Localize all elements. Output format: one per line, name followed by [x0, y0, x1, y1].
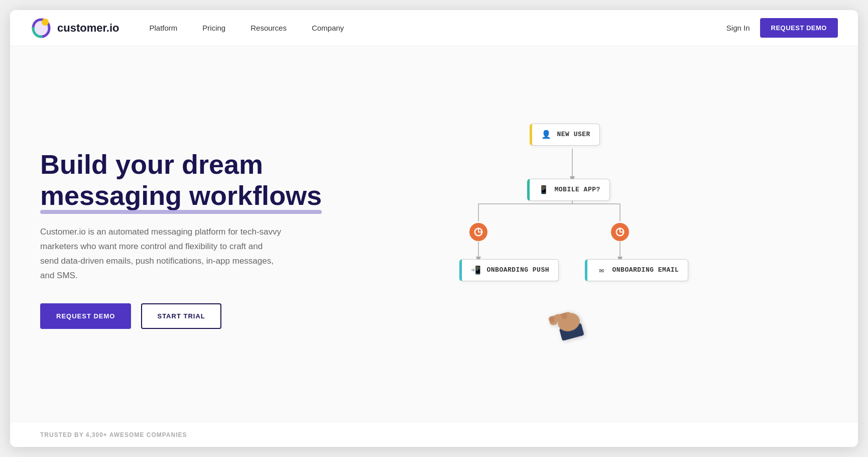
svg-point-17 — [616, 228, 624, 236]
hand-cursor-illustration — [538, 286, 596, 354]
node-onboarding-push: 📲 ONBOARDING PUSH — [459, 259, 559, 281]
svg-point-12 — [470, 224, 486, 240]
hero-left: Build your dream messaging workflows Cus… — [40, 46, 331, 421]
browser-frame: customer.io Platform Pricing Resources C… — [10, 10, 858, 447]
main-content: Build your dream messaging workflows Cus… — [10, 46, 858, 421]
logo-area[interactable]: customer.io — [30, 17, 119, 39]
nav-pricing[interactable]: Pricing — [202, 24, 225, 32]
nav-right: Sign In REQUEST DEMO — [726, 18, 838, 38]
logo-text: customer.io — [57, 22, 119, 35]
new-user-icon: 👤 — [541, 129, 552, 140]
trusted-bar: TRUSTED BY 4,300+ AWESOME COMPANIES — [10, 421, 858, 447]
logo-icon — [30, 17, 52, 39]
svg-point-13 — [474, 228, 482, 236]
node-mobile-app: 📱 MOBILE APP? — [527, 179, 610, 201]
timer-right — [611, 223, 629, 241]
nav-links: Platform Pricing Resources Company — [149, 24, 726, 32]
email-icon: ✉️ — [596, 265, 607, 276]
hero-buttons: REQUEST DEMO START TRIAL — [40, 303, 331, 329]
nav-platform[interactable]: Platform — [149, 24, 177, 32]
request-demo-button[interactable]: REQUEST DEMO — [40, 303, 131, 329]
push-icon: 📲 — [471, 265, 482, 276]
navbar: customer.io Platform Pricing Resources C… — [10, 10, 858, 46]
nav-request-demo-button[interactable]: REQUEST DEMO — [760, 18, 838, 38]
workflow-diagram: 👤 NEW USER 📱 MOBILE APP? — [449, 108, 710, 360]
svg-point-16 — [612, 224, 628, 240]
mobile-app-icon: 📱 — [539, 184, 550, 195]
hero-title-line2: messaging workflows — [40, 180, 322, 211]
node-onboarding-email: ✉️ ONBOARDING EMAIL — [585, 259, 689, 281]
hero-title: Build your dream messaging workflows — [40, 149, 331, 211]
nav-company[interactable]: Company — [312, 24, 344, 32]
hero-title-line1: Build your dream — [40, 149, 263, 179]
node-new-user: 👤 NEW USER — [530, 124, 600, 146]
nav-resources[interactable]: Resources — [251, 24, 287, 32]
timer-left — [469, 223, 487, 241]
svg-point-1 — [42, 19, 49, 26]
hero-description: Customer.io is an automated messaging pl… — [40, 225, 281, 283]
trusted-text: TRUSTED BY 4,300+ AWESOME COMPANIES — [40, 431, 187, 438]
start-trial-button[interactable]: START TRIAL — [141, 303, 221, 329]
hero-right: 👤 NEW USER 📱 MOBILE APP? — [331, 46, 828, 421]
sign-in-link[interactable]: Sign In — [726, 24, 750, 32]
